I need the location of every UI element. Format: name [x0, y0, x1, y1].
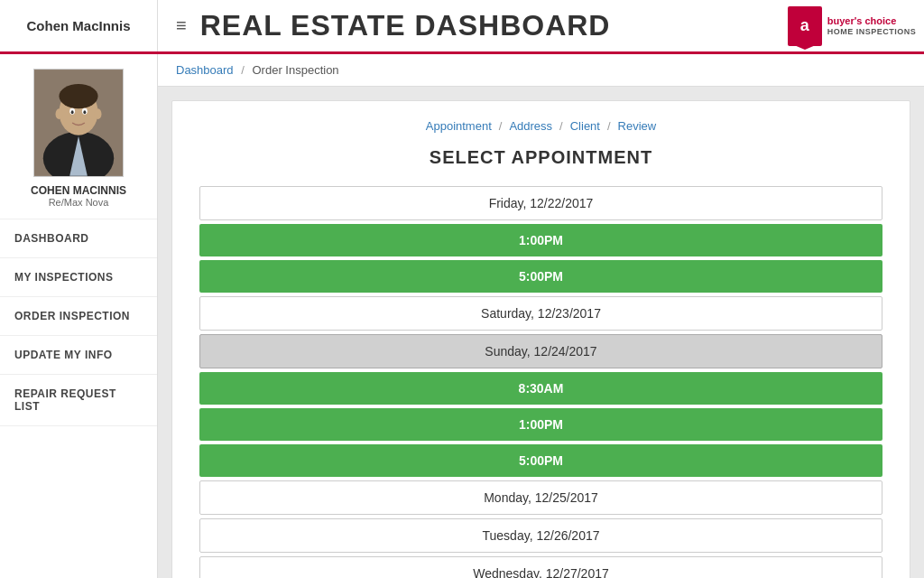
- appointment-date-slot[interactable]: Monday, 12/25/2017: [199, 480, 882, 515]
- logo-icon: a: [788, 6, 822, 46]
- sidebar-item-update-my-info[interactable]: UPDATE MY INFO: [0, 336, 157, 375]
- step-separator: /: [559, 119, 563, 133]
- sidebar-item-order-inspection[interactable]: ORDER INSPECTION: [0, 297, 157, 336]
- hamburger-icon[interactable]: ≡: [176, 15, 187, 36]
- appointment-date-slot[interactable]: Friday, 12/22/2017: [199, 186, 882, 220]
- sidebar-item-my-inspections[interactable]: MY INSPECTIONS: [0, 258, 157, 297]
- appointment-date-slot[interactable]: Saturday, 12/23/2017: [199, 296, 882, 331]
- sidebar: COHEN MACINNIS Re/Max Nova DASHBOARDMY I…: [0, 54, 158, 578]
- steps-bar: Appointment/Address/Client/Review: [199, 119, 882, 133]
- step-separator: /: [499, 119, 503, 133]
- main-card: Appointment/Address/Client/Review SELECT…: [171, 100, 910, 578]
- svg-point-10: [95, 108, 102, 119]
- sidebar-item-dashboard[interactable]: DASHBOARD: [0, 219, 157, 258]
- breadcrumb-sep: /: [241, 63, 245, 77]
- svg-point-9: [56, 108, 63, 119]
- page-title: REAL ESTATE DASHBOARD: [200, 9, 611, 42]
- appointment-date-selected[interactable]: Sunday, 12/24/2017: [199, 334, 882, 368]
- sidebar-item-repair-request-list[interactable]: REPAIR REQUEST LIST: [0, 375, 157, 426]
- sidebar-profile: COHEN MACINNIS Re/Max Nova: [0, 54, 157, 219]
- step-client[interactable]: Client: [570, 119, 600, 133]
- breadcrumb-home[interactable]: Dashboard: [176, 63, 234, 77]
- appointment-time-slot[interactable]: 1:00PM: [199, 408, 882, 441]
- appointment-time-slot[interactable]: 8:30AM: [199, 372, 882, 405]
- profile-name: COHEN MACINNIS: [31, 184, 126, 197]
- breadcrumb-current: Order Inspection: [252, 63, 338, 77]
- svg-point-8: [83, 110, 86, 114]
- appointment-date-slot[interactable]: Wednesday, 12/27/2017: [199, 556, 882, 578]
- content-area: Dashboard / Order Inspection Appointment…: [158, 54, 924, 578]
- logo-text: buyer's choice HOME INSPECTIONS: [827, 15, 917, 37]
- appointment-time-slot[interactable]: 1:00PM: [199, 224, 882, 256]
- step-address[interactable]: Address: [509, 119, 552, 133]
- svg-point-4: [59, 84, 97, 108]
- appointment-time-slot[interactable]: 5:00PM: [199, 260, 882, 293]
- svg-point-7: [71, 110, 74, 114]
- step-separator: /: [607, 119, 611, 133]
- appointment-slot-list: Friday, 12/22/20171:00PM5:00PMSaturday, …: [199, 186, 882, 578]
- step-review[interactable]: Review: [618, 119, 657, 133]
- profile-company: Re/Max Nova: [49, 197, 109, 208]
- user-name-header: Cohen MacInnis: [0, 0, 158, 51]
- appointment-date-slot[interactable]: Tuesday, 12/26/2017: [199, 518, 882, 553]
- breadcrumb: Dashboard / Order Inspection: [158, 54, 924, 87]
- section-title: SELECT APPOINTMENT: [199, 147, 882, 168]
- avatar: [33, 69, 124, 177]
- appointment-time-slot[interactable]: 5:00PM: [199, 444, 882, 477]
- sidebar-nav: DASHBOARDMY INSPECTIONSORDER INSPECTIONU…: [0, 219, 157, 578]
- logo-area: a buyer's choice HOME INSPECTIONS: [780, 0, 924, 53]
- step-appointment[interactable]: Appointment: [426, 119, 492, 133]
